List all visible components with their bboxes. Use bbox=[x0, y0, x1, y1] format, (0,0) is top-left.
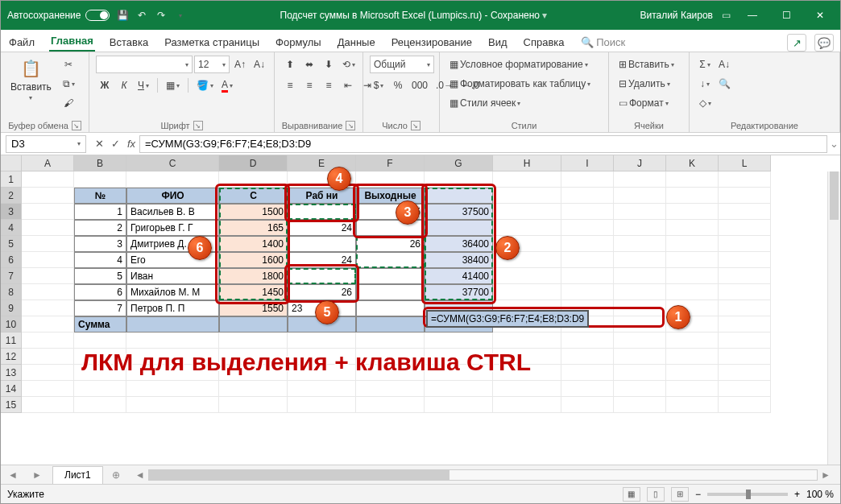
cell[interactable]: 5 bbox=[74, 268, 126, 284]
cell[interactable] bbox=[666, 204, 719, 220]
row-header[interactable]: 11 bbox=[1, 333, 22, 349]
cancel-formula-button[interactable]: ✕ bbox=[91, 135, 107, 153]
paste-button[interactable]: 📋 Вставить ▾ bbox=[7, 56, 55, 103]
cell-styles-button[interactable]: ▦ Стили ячеек ▾ bbox=[446, 94, 602, 112]
align-left-button[interactable]: ≡ bbox=[281, 76, 299, 94]
cell[interactable] bbox=[22, 349, 74, 365]
cell[interactable] bbox=[719, 333, 771, 349]
col-header[interactable]: A bbox=[22, 155, 74, 171]
cell[interactable] bbox=[614, 333, 666, 349]
user-name[interactable]: Виталий Каиров bbox=[640, 10, 713, 21]
cell[interactable] bbox=[561, 365, 614, 381]
cell[interactable] bbox=[614, 381, 666, 397]
cell[interactable] bbox=[666, 252, 719, 268]
col-header[interactable]: C bbox=[126, 155, 219, 171]
cell[interactable] bbox=[614, 204, 666, 220]
cell[interactable] bbox=[493, 333, 561, 349]
cell[interactable] bbox=[288, 349, 356, 365]
cell[interactable] bbox=[219, 365, 288, 381]
autosum-button[interactable]: Σ▾ bbox=[696, 56, 714, 73]
cell[interactable]: 26 bbox=[356, 236, 425, 252]
cell[interactable] bbox=[493, 204, 561, 220]
cell[interactable]: 165 bbox=[219, 220, 288, 236]
cell[interactable] bbox=[614, 397, 666, 413]
cell[interactable] bbox=[219, 171, 288, 188]
cell[interactable] bbox=[288, 333, 356, 349]
cell[interactable]: 38400 bbox=[425, 252, 493, 268]
italic-button[interactable]: К bbox=[115, 76, 133, 94]
cell[interactable] bbox=[614, 268, 666, 284]
cell[interactable] bbox=[126, 365, 219, 381]
cell[interactable]: 7 bbox=[74, 300, 126, 316]
row-header[interactable]: 8 bbox=[1, 284, 22, 300]
format-cells-button[interactable]: ▭ Формат ▾ bbox=[615, 94, 682, 112]
cell[interactable] bbox=[561, 349, 614, 365]
font-color-button[interactable]: А▾ bbox=[218, 76, 236, 94]
cell[interactable] bbox=[561, 381, 614, 397]
sort-filter-button[interactable]: A↓ bbox=[715, 56, 733, 73]
row-header[interactable]: 10 bbox=[1, 316, 22, 333]
cell[interactable]: 1400 bbox=[219, 236, 288, 252]
formula-input[interactable]: =СУММ(G3:G9;F6:F7;E4;E8;D3:D9 bbox=[139, 135, 827, 153]
increase-font-button[interactable]: A↑ bbox=[231, 56, 249, 73]
cell[interactable]: 37500 bbox=[425, 204, 493, 220]
cell[interactable] bbox=[561, 236, 614, 252]
row-header[interactable]: 14 bbox=[1, 381, 22, 397]
cell[interactable] bbox=[22, 236, 74, 252]
cell[interactable] bbox=[74, 333, 126, 349]
cell[interactable] bbox=[22, 268, 74, 284]
cell[interactable]: Сумма bbox=[74, 316, 126, 333]
cell[interactable] bbox=[614, 300, 666, 316]
save-icon[interactable]: 💾 bbox=[116, 9, 129, 22]
col-header[interactable]: I bbox=[561, 155, 614, 171]
row-header[interactable]: 3 bbox=[1, 204, 22, 220]
decrease-font-button[interactable]: A↓ bbox=[251, 56, 268, 73]
cell[interactable] bbox=[493, 188, 561, 204]
ribbon-options-icon[interactable]: ▭ bbox=[719, 9, 732, 22]
cell[interactable]: 4 bbox=[74, 252, 126, 268]
horizontal-scrollbar[interactable]: ◄► bbox=[132, 469, 834, 481]
tab-data[interactable]: Данные bbox=[336, 33, 377, 52]
row-header[interactable]: 2 bbox=[1, 188, 22, 204]
cell[interactable]: 1500 bbox=[219, 204, 288, 220]
cell[interactable]: Дмитриев Д. Д bbox=[126, 236, 219, 252]
cell[interactable]: Петров П. П bbox=[126, 300, 219, 316]
col-header[interactable]: L bbox=[719, 155, 771, 171]
cell[interactable] bbox=[493, 220, 561, 236]
fill-button[interactable]: ↓▾ bbox=[696, 75, 714, 93]
cell[interactable] bbox=[666, 188, 719, 204]
cell[interactable] bbox=[493, 171, 561, 188]
tab-file[interactable]: Файл bbox=[7, 33, 36, 52]
cell[interactable] bbox=[719, 252, 771, 268]
conditional-formatting-button[interactable]: ▦ Условное форматирование ▾ bbox=[446, 56, 602, 73]
sheet-nav-prev-icon[interactable]: ◄ bbox=[8, 469, 18, 481]
cell[interactable]: Раб ни bbox=[288, 188, 356, 204]
align-bottom-button[interactable]: ⬇ bbox=[320, 56, 338, 73]
insert-cells-button[interactable]: ⊞ Вставить ▾ bbox=[615, 56, 682, 73]
col-header[interactable]: E bbox=[288, 155, 356, 171]
col-header[interactable]: H bbox=[493, 155, 561, 171]
tab-layout[interactable]: Разметка страницы bbox=[163, 33, 261, 52]
view-page-break-button[interactable]: ⊞ bbox=[671, 487, 689, 502]
cell[interactable] bbox=[614, 349, 666, 365]
cell[interactable] bbox=[719, 349, 771, 365]
row-header[interactable]: 9 bbox=[1, 300, 22, 316]
clipboard-launcher[interactable]: ↘ bbox=[72, 121, 81, 130]
col-header[interactable]: K bbox=[666, 155, 719, 171]
align-center-button[interactable]: ≡ bbox=[300, 76, 318, 94]
align-top-button[interactable]: ⬆ bbox=[281, 56, 299, 73]
cell[interactable] bbox=[614, 236, 666, 252]
col-header[interactable]: B bbox=[74, 155, 126, 171]
cell[interactable] bbox=[74, 349, 126, 365]
cell[interactable] bbox=[614, 316, 666, 333]
cell[interactable] bbox=[288, 204, 356, 220]
autosave-toggle[interactable] bbox=[85, 10, 110, 21]
cell[interactable] bbox=[614, 171, 666, 188]
cell[interactable] bbox=[719, 397, 771, 413]
new-sheet-button[interactable]: ⊕ bbox=[106, 466, 126, 484]
cell[interactable] bbox=[614, 284, 666, 300]
row-header[interactable]: 5 bbox=[1, 236, 22, 252]
cell[interactable] bbox=[74, 381, 126, 397]
cell[interactable] bbox=[666, 236, 719, 252]
cell[interactable] bbox=[719, 365, 771, 381]
